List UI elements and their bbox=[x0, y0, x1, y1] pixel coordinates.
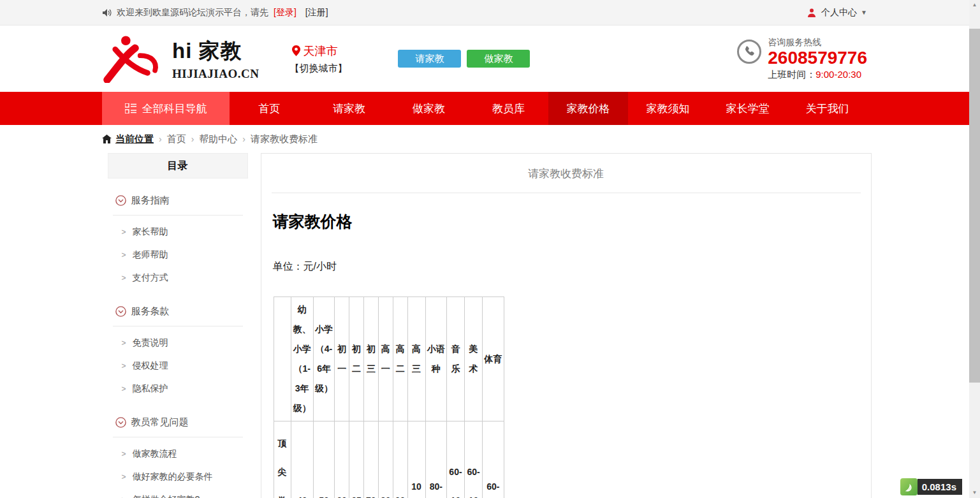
price-cell: 90 bbox=[393, 421, 407, 498]
scroll-thumb[interactable] bbox=[969, 29, 980, 383]
breadcrumb-separator: › bbox=[191, 134, 194, 144]
user-center-menu[interactable]: 个人中心 ▼ bbox=[807, 7, 867, 18]
price-table-header-row: 幼教、小学（1-3年级） 小学（4-6年级） 初一 初二 初三 高一 高二 高三… bbox=[274, 297, 504, 421]
login-link[interactable]: [登录] bbox=[274, 7, 296, 18]
price-table-header-cell: 高一 bbox=[378, 297, 393, 421]
price-table-header-cell bbox=[274, 297, 291, 421]
current-city[interactable]: 天津市 bbox=[289, 43, 347, 59]
grid-menu-icon bbox=[125, 103, 136, 114]
price-table-header-cell: 初一 bbox=[335, 297, 349, 421]
sidebar-item-teacher-help[interactable]: >老师帮助 bbox=[108, 244, 248, 267]
sidebar-item-label: 怎样做个好家教? bbox=[133, 494, 200, 498]
circle-chevron-icon bbox=[115, 306, 126, 317]
sidebar-item-parent-help[interactable]: >家长帮助 bbox=[108, 221, 248, 244]
nav-item-tutor-notice[interactable]: 家教须知 bbox=[628, 92, 708, 125]
price-cell: 60-100 bbox=[446, 421, 464, 498]
price-table-header-cell: 初三 bbox=[363, 297, 378, 421]
price-table-header-cell: 美术 bbox=[465, 297, 483, 421]
nav-item-tutor-price[interactable]: 家教价格 bbox=[548, 92, 628, 125]
sidebar-item-tutor-process[interactable]: >做家教流程 bbox=[108, 443, 248, 465]
chevron-right-icon: > bbox=[122, 274, 126, 282]
breadcrumb: 当前位置 › 首页 › 帮助中心 › 请家教收费标准 bbox=[0, 125, 969, 153]
welcome-text: 欢迎来到欧皇源码论坛演示平台，请先 bbox=[117, 7, 268, 18]
chevron-right-icon: > bbox=[122, 228, 126, 237]
site-logo[interactable]: hi 家教 HIJIAJIAO.CN bbox=[102, 34, 259, 83]
sidebar-item-label: 做家教流程 bbox=[133, 448, 177, 460]
chevron-right-icon: > bbox=[122, 450, 126, 458]
price-cell: 70 bbox=[363, 421, 378, 498]
sidebar-item-payment-method[interactable]: >支付方式 bbox=[108, 267, 248, 289]
sidebar-item-how-to-be-good-tutor[interactable]: >怎样做个好家教? bbox=[108, 488, 248, 498]
thinkphp-flame-icon[interactable] bbox=[900, 478, 918, 495]
sidebar-group-service-guide[interactable]: 服务指南 bbox=[108, 179, 248, 215]
chevron-right-icon: > bbox=[122, 384, 126, 393]
price-table-header-cell: 幼教、小学（1-3年级） bbox=[291, 297, 313, 421]
sidebar-item-label: 侵权处理 bbox=[133, 360, 168, 372]
nav-item-become-tutor[interactable]: 做家教 bbox=[389, 92, 469, 125]
price-table-header-cell: 初二 bbox=[349, 297, 364, 421]
nav-item-home[interactable]: 首页 bbox=[230, 92, 309, 125]
price-cell: 80 bbox=[378, 421, 393, 498]
breadcrumb-link-home[interactable]: 首页 bbox=[167, 133, 186, 145]
all-subjects-nav-button[interactable]: 全部科目导航 bbox=[102, 92, 230, 125]
nav-item-tutor-library[interactable]: 教员库 bbox=[469, 92, 548, 125]
price-cell: 40 bbox=[291, 421, 313, 498]
unit-label: 单位：元/小时 bbox=[273, 260, 871, 274]
price-cell: 60 bbox=[335, 421, 349, 498]
breadcrumb-separator: › bbox=[242, 134, 245, 144]
sidebar-item-label: 支付方式 bbox=[133, 272, 168, 284]
hire-tutor-button[interactable]: 请家教 bbox=[398, 50, 461, 68]
top-bar: 欢迎来到欧皇源码论坛演示平台，请先 [登录] [注册] 个人中心 ▼ bbox=[0, 0, 969, 26]
logo-title: hi 家教 bbox=[172, 37, 259, 66]
nav-item-parent-school[interactable]: 家长学堂 bbox=[708, 92, 787, 125]
sidebar-item-tutor-requirements[interactable]: >做好家教的必要条件 bbox=[108, 465, 248, 488]
site-header: hi 家教 HIJIAJIAO.CN 天津市 【切换城市】 请家教 做家教 咨询… bbox=[0, 26, 969, 92]
sidebar-group-service-terms[interactable]: 服务条款 bbox=[108, 289, 248, 326]
main-nav: 全部科目导航 首页 请家教 做家教 教员库 家教价格 家教须知 家长学堂 关于我… bbox=[0, 92, 969, 125]
sidebar-toc: 目录 服务指南 >家长帮助 >老师帮助 >支付方式 服务条款 >免责说明 >侵权… bbox=[108, 153, 248, 498]
price-row-label: 顶尖学府-金 bbox=[274, 421, 291, 498]
all-subjects-label: 全部科目导航 bbox=[142, 101, 207, 116]
location-pin-icon bbox=[292, 45, 300, 56]
article-heading: 请家教价格 bbox=[273, 211, 871, 232]
worktime-value: 9:00-20:30 bbox=[815, 69, 861, 80]
circle-chevron-icon bbox=[115, 195, 126, 206]
phone-icon bbox=[737, 40, 761, 64]
page-title: 请家教收费标准 bbox=[261, 154, 871, 193]
breadcrumb-link-help-center[interactable]: 帮助中心 bbox=[199, 133, 237, 145]
sidebar-item-disclaimer[interactable]: >免责说明 bbox=[108, 332, 248, 355]
sidebar-item-label: 免责说明 bbox=[133, 337, 168, 349]
sidebar-item-label: 做好家教的必要条件 bbox=[133, 471, 213, 483]
switch-city-link[interactable]: 【切换城市】 bbox=[289, 62, 347, 75]
sidebar-group-tutor-faq[interactable]: 教员常见问题 bbox=[108, 400, 248, 437]
divider bbox=[272, 193, 861, 193]
speaker-icon bbox=[102, 8, 112, 17]
price-cell: 60-100 bbox=[465, 421, 483, 498]
price-cell: 60-100 bbox=[483, 421, 504, 498]
price-table: 幼教、小学（1-3年级） 小学（4-6年级） 初一 初二 初三 高一 高二 高三… bbox=[274, 297, 504, 498]
price-cell: 100 bbox=[407, 421, 425, 498]
vertical-scrollbar[interactable]: ▲ ▼ bbox=[969, 0, 980, 498]
nav-item-about-us[interactable]: 关于我们 bbox=[787, 92, 867, 125]
chevron-right-icon: > bbox=[122, 251, 126, 260]
city-name[interactable]: 天津市 bbox=[303, 43, 337, 59]
register-link[interactable]: [注册] bbox=[305, 7, 328, 18]
sidebar-group-label: 教员常见问题 bbox=[131, 416, 189, 428]
sidebar-group-label: 服务指南 bbox=[131, 194, 170, 207]
price-table-data-row: 顶尖学府-金 40 50 60 65 70 80 90 100 80-120 6… bbox=[274, 421, 504, 498]
chevron-right-icon: > bbox=[122, 362, 126, 370]
sidebar-group-label: 服务条款 bbox=[131, 305, 170, 318]
article-panel: 请家教收费标准 请家教价格 单位：元/小时 幼教、小学（1-3年级） 小学（4-… bbox=[261, 153, 872, 498]
sidebar-item-infringement[interactable]: >侵权处理 bbox=[108, 355, 248, 377]
sidebar-item-privacy[interactable]: >隐私保护 bbox=[108, 377, 248, 400]
price-table-header-cell: 高二 bbox=[393, 297, 407, 421]
scroll-up-arrow[interactable]: ▲ bbox=[969, 0, 980, 10]
become-tutor-button[interactable]: 做家教 bbox=[467, 50, 530, 68]
price-cell: 65 bbox=[349, 421, 364, 498]
circle-chevron-icon bbox=[115, 417, 126, 428]
nav-item-hire-tutor[interactable]: 请家教 bbox=[309, 92, 389, 125]
user-center-label: 个人中心 bbox=[821, 7, 857, 18]
price-cell: 50 bbox=[313, 421, 334, 498]
scroll-down-arrow[interactable]: ▼ bbox=[969, 488, 980, 498]
breadcrumb-link-price-standard: 请家教收费标准 bbox=[251, 133, 318, 145]
